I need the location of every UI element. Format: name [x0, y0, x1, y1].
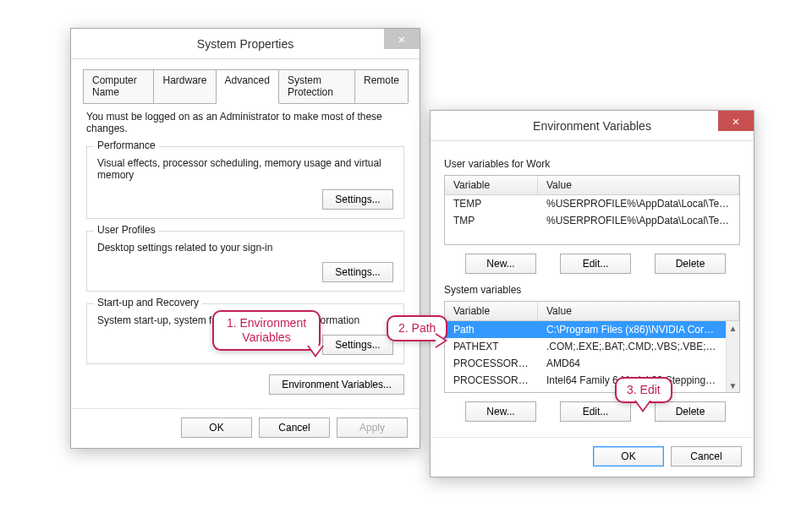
performance-desc: Visual effects, processor scheduling, me…: [97, 157, 393, 181]
table-row[interactable]: TMP %USERPROFILE%\AppData\Local\Temp: [445, 212, 739, 229]
system-properties-body: Computer Name Hardware Advanced System P…: [71, 59, 420, 408]
performance-settings-button[interactable]: Settings...: [322, 189, 393, 210]
performance-group: Performance Visual effects, processor sc…: [86, 146, 404, 219]
callout-edit: 3. Edit: [615, 377, 672, 403]
table-row[interactable]: Path C:\Program Files (x86)\NVIDIA Corpo…: [445, 321, 726, 338]
envvars-ok-button[interactable]: OK: [593, 446, 664, 467]
table-row[interactable]: PROCESSOR_A... AMD64: [445, 355, 726, 372]
sysprops-cancel-button[interactable]: Cancel: [259, 417, 330, 438]
table-row[interactable]: PATHEXT .COM;.EXE;.BAT;.CMD;.VBS;.VBE;.J…: [445, 338, 726, 355]
user-edit-button[interactable]: Edit...: [560, 254, 631, 274]
envvars-footer: OK Cancel: [431, 437, 754, 477]
system-properties-tabs: Computer Name Hardware Advanced System P…: [83, 69, 408, 104]
system-properties-titlebar: System Properties ×: [71, 29, 420, 59]
callout-environment-variables: 1. Environment Variables: [212, 310, 321, 351]
startup-recovery-group-title: Start-up and Recovery: [94, 297, 202, 308]
envvars-title: Environment Variables: [533, 119, 651, 133]
tab-hardware[interactable]: Hardware: [153, 69, 216, 103]
system-variables-table: Variable Value Path C:\Program Files (x8…: [444, 301, 740, 393]
cell-value: %USERPROFILE%\AppData\Local\Temp: [538, 212, 739, 229]
col-header-variable[interactable]: Variable: [445, 302, 538, 320]
user-variables-header: Variable Value: [445, 176, 739, 195]
performance-group-title: Performance: [94, 139, 159, 151]
cell-variable: PROCESSOR_ID...: [445, 372, 538, 389]
environment-variables-window: Environment Variables × User variables f…: [430, 110, 754, 478]
system-variables-header: Variable Value: [445, 302, 739, 321]
user-variables-buttons: New... Edit... Delete: [439, 254, 745, 274]
tab-advanced[interactable]: Advanced: [216, 69, 279, 104]
cell-value: C:\Program Files (x86)\NVIDIA Corpora...: [538, 321, 726, 338]
admin-hint-text: You must be logged on as an Administrato…: [86, 111, 408, 134]
sysprops-ok-button[interactable]: OK: [181, 417, 252, 438]
col-header-variable[interactable]: Variable: [445, 176, 538, 194]
system-properties-window: System Properties × Computer Name Hardwa…: [70, 28, 420, 449]
cell-value: AMD64: [538, 355, 726, 372]
system-variables-label: System variables: [444, 284, 742, 296]
table-row[interactable]: TEMP %USERPROFILE%\AppData\Local\Temp: [445, 195, 739, 212]
envvars-titlebar: Environment Variables ×: [431, 111, 754, 141]
startup-recovery-settings-button[interactable]: Settings...: [322, 335, 393, 355]
envvars-body: User variables for Work Variable Value T…: [431, 141, 754, 437]
col-header-value[interactable]: Value: [538, 302, 739, 320]
envvars-cancel-button[interactable]: Cancel: [671, 446, 742, 467]
close-icon[interactable]: ×: [718, 111, 754, 131]
environment-variables-button[interactable]: Environment Variables...: [269, 374, 404, 395]
col-header-value[interactable]: Value: [538, 176, 739, 194]
cell-variable: TMP: [445, 212, 538, 229]
scrollbar[interactable]: ▲ ▼: [726, 321, 739, 392]
cell-value: %USERPROFILE%\AppData\Local\Temp: [538, 195, 739, 212]
table-row[interactable]: PROCESSOR_ID... Intel64 Family 6 Model 6…: [445, 372, 726, 389]
user-variables-table: Variable Value TEMP %USERPROFILE%\AppDat…: [444, 175, 740, 245]
system-properties-footer: OK Cancel Apply: [71, 408, 420, 448]
cell-variable: Path: [445, 321, 538, 338]
system-edit-button[interactable]: Edit...: [560, 401, 631, 422]
callout-tail-icon: [307, 346, 324, 357]
cell-variable: TEMP: [445, 195, 538, 212]
callout-tail-icon: [634, 401, 651, 412]
callout-tail-icon: [436, 333, 447, 348]
cell-variable: PATHEXT: [445, 338, 538, 355]
scroll-down-icon[interactable]: ▼: [727, 379, 739, 392]
sysprops-apply-button[interactable]: Apply: [337, 417, 408, 438]
system-properties-title: System Properties: [197, 37, 294, 51]
tab-system-protection[interactable]: System Protection: [278, 69, 355, 103]
tab-remote[interactable]: Remote: [354, 69, 409, 103]
cell-value: .COM;.EXE;.BAT;.CMD;.VBS;.VBE;.JS;...: [538, 338, 726, 355]
system-variables-buttons: New... Edit... Delete: [439, 401, 745, 422]
user-new-button[interactable]: New...: [465, 254, 536, 274]
scroll-up-icon[interactable]: ▲: [727, 321, 739, 335]
close-icon[interactable]: ×: [384, 29, 420, 49]
user-profiles-desc: Desktop settings related to your sign-in: [97, 242, 393, 254]
system-delete-button[interactable]: Delete: [655, 401, 726, 422]
user-profiles-settings-button[interactable]: Settings...: [322, 262, 393, 282]
tab-computer-name[interactable]: Computer Name: [83, 69, 154, 103]
user-variables-label: User variables for Work: [444, 158, 742, 170]
user-profiles-group-title: User Profiles: [94, 224, 159, 236]
system-new-button[interactable]: New...: [465, 401, 536, 422]
cell-variable: PROCESSOR_A...: [445, 355, 538, 372]
user-delete-button[interactable]: Delete: [655, 254, 726, 274]
user-profiles-group: User Profiles Desktop settings related t…: [86, 231, 404, 292]
